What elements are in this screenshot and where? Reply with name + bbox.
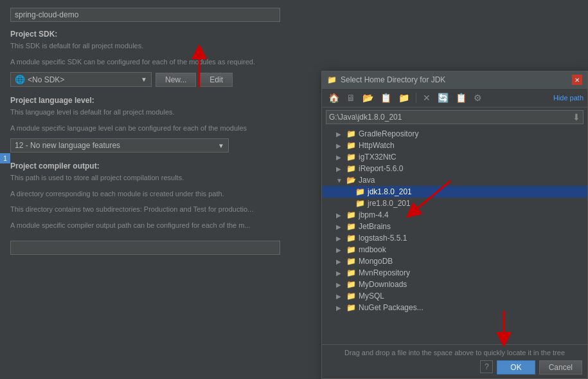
modal-tree: ▶📁GradleRepository▶📁HttpWatch▶📁igTX32NtC…: [322, 127, 587, 344]
tree-item-label: MySQL: [359, 291, 384, 300]
language-level-value: 12 - No new language features: [15, 141, 120, 150]
language-level-dropdown[interactable]: 12 - No new language features ▼: [10, 138, 229, 153]
compiler-title: Project compiler output:: [10, 162, 311, 171]
hide-path-button[interactable]: Hide path: [553, 94, 584, 102]
path-download-icon[interactable]: ⬇: [573, 112, 580, 122]
new-sdk-button[interactable]: New...: [156, 73, 196, 87]
toolbar-close-button[interactable]: ✕: [420, 91, 433, 104]
toolbar-copy-button[interactable]: 📋: [453, 91, 469, 104]
sdk-desc1: This SDK is default for all project modu…: [10, 41, 311, 51]
tree-item-label: igTX32NtC: [359, 153, 396, 162]
tree-item[interactable]: ▶📁MyDownloads: [322, 279, 587, 290]
folder-icon: 📁: [346, 257, 356, 266]
tree-expand-arrow-icon: ▶: [336, 223, 345, 230]
tree-item[interactable]: ▶📁HttpWatch: [322, 140, 587, 151]
cancel-button[interactable]: Cancel: [539, 360, 582, 374]
modal-hint-text: Drag and drop a file into the space abov…: [327, 349, 582, 356]
folder-icon: 📁: [346, 129, 356, 138]
folder-icon: 📁: [346, 222, 356, 231]
sdk-dropdown-arrow-icon: ▼: [141, 76, 147, 83]
folder-icon: 📁: [355, 199, 365, 208]
folder-icon: 📁: [346, 210, 356, 219]
path-input[interactable]: [329, 113, 573, 122]
tree-item-label: jdk1.8.0_201: [368, 187, 412, 196]
folder-icon: 📂: [346, 176, 356, 185]
modal-buttons: ? OK Cancel: [327, 360, 582, 374]
folder-icon: 📁: [346, 245, 356, 254]
folder-icon: 📁: [346, 153, 356, 162]
sdk-section: Project SDK: This SDK is default for all…: [10, 30, 311, 87]
compiler-section: Project compiler output: This path is us…: [10, 162, 311, 255]
sdk-dropdown-value: <No SDK>: [28, 75, 64, 84]
ok-button[interactable]: OK: [497, 360, 535, 374]
compiler-output-input[interactable]: [10, 241, 280, 255]
tree-item-label: NuGet Packages...: [359, 303, 423, 312]
modal-toolbar: 🏠 🖥 📂 📋 📁 ✕ 🔄 📋 ⚙ Hide path: [322, 89, 587, 107]
tree-item-label: JetBrains: [359, 222, 391, 231]
modal-title-icon: 📁: [327, 75, 337, 84]
tree-item[interactable]: ▶📁MvnRepository: [322, 267, 587, 279]
tree-expand-arrow-icon: ▶: [336, 304, 345, 311]
modal-path-bar: ⬇: [326, 110, 584, 124]
tree-item[interactable]: ▼📂Java: [322, 174, 587, 186]
tree-expand-arrow-icon: ▶: [336, 235, 345, 242]
folder-icon: 📁: [346, 141, 356, 150]
sdk-dropdown[interactable]: 🌐 <No SDK> ▼: [10, 72, 152, 87]
tree-item[interactable]: ▶📁GradleRepository: [322, 128, 587, 140]
modal-close-button[interactable]: ✕: [572, 75, 582, 85]
folder-icon: 📁: [346, 234, 356, 243]
tree-item[interactable]: ▶📁mdbook: [322, 244, 587, 255]
tree-item[interactable]: ▶📁logstash-5.5.1: [322, 232, 587, 244]
tree-item-label: MongoDB: [359, 257, 393, 266]
compiler-desc3: This directory contains two subdirectori…: [10, 204, 311, 215]
tree-item[interactable]: 📁jdk1.8.0_201: [322, 186, 587, 198]
sdk-desc2: A module specific SDK can be configured …: [10, 57, 311, 68]
modal-titlebar: 📁 Select Home Directory for JDK ✕: [322, 71, 587, 89]
tree-item[interactable]: ▶📁igTX32NtC: [322, 151, 587, 163]
toolbar-refresh-button[interactable]: 🔄: [435, 91, 451, 104]
folder-icon: 📁: [346, 291, 356, 300]
edit-sdk-button[interactable]: Edit: [200, 73, 233, 87]
tree-item[interactable]: ▶📁NuGet Packages...: [322, 302, 587, 313]
toolbar-folder-open-button[interactable]: 📂: [360, 91, 376, 104]
toolbar-home-button[interactable]: 🏠: [326, 91, 342, 104]
tree-item[interactable]: ▶📁MySQL: [322, 290, 587, 302]
folder-icon: 📁: [346, 268, 356, 277]
tree-item[interactable]: ▶📁jbpm-4.4: [322, 209, 587, 221]
tree-expand-arrow-icon: ▶: [336, 154, 345, 161]
tree-expand-arrow-icon: ▶: [336, 131, 345, 138]
tree-item-label: MvnRepository: [359, 268, 410, 277]
language-dropdown-arrow-icon: ▼: [218, 142, 224, 149]
compiler-desc4: A module specific compiler output path c…: [10, 220, 311, 231]
tree-expand-arrow-icon: ▶: [336, 246, 345, 254]
sdk-row: 🌐 <No SDK> ▼ New... Edit: [10, 72, 311, 87]
tree-expand-arrow-icon: ▶: [336, 212, 345, 219]
tree-item-label: iReport-5.6.0: [359, 164, 403, 173]
project-name-input[interactable]: [10, 8, 280, 22]
language-section: Project language level: This language le…: [10, 96, 311, 153]
tree-expand-arrow-icon: ▶: [336, 270, 345, 277]
tree-item[interactable]: ▶📁JetBrains: [322, 221, 587, 232]
toolbar-desktop-button[interactable]: 🖥: [344, 91, 358, 104]
tree-item-label: logstash-5.5.1: [359, 234, 407, 243]
modal-footer: Drag and drop a file into the space abov…: [322, 344, 587, 378]
compiler-desc2: A directory corresponding to each module…: [10, 189, 311, 199]
toolbar-separator: [416, 93, 416, 103]
sdk-globe-icon: 🌐: [15, 75, 25, 84]
tree-item-label: MyDownloads: [359, 280, 407, 289]
toolbar-folder-list-button[interactable]: 📋: [378, 91, 394, 104]
tree-item[interactable]: 📁jre1.8.0_201: [322, 198, 587, 209]
help-button[interactable]: ?: [480, 360, 493, 373]
language-desc1: This language level is default for all p…: [10, 107, 311, 118]
tree-item[interactable]: ▶📁MongoDB: [322, 255, 587, 267]
folder-icon: 📁: [346, 164, 356, 173]
tree-item[interactable]: ▶📁iReport-5.6.0: [322, 163, 587, 174]
tree-item-label: jre1.8.0_201: [368, 199, 411, 208]
toolbar-folder-new-button[interactable]: 📁: [396, 91, 412, 104]
step-number-badge: 1: [0, 153, 10, 163]
toolbar-settings-button[interactable]: ⚙: [471, 91, 485, 104]
tree-expand-arrow-icon: ▶: [336, 293, 345, 300]
tree-item-label: Java: [359, 176, 375, 185]
left-panel: Project SDK: This SDK is default for all…: [0, 0, 321, 379]
tree-item-label: GradleRepository: [359, 129, 418, 138]
